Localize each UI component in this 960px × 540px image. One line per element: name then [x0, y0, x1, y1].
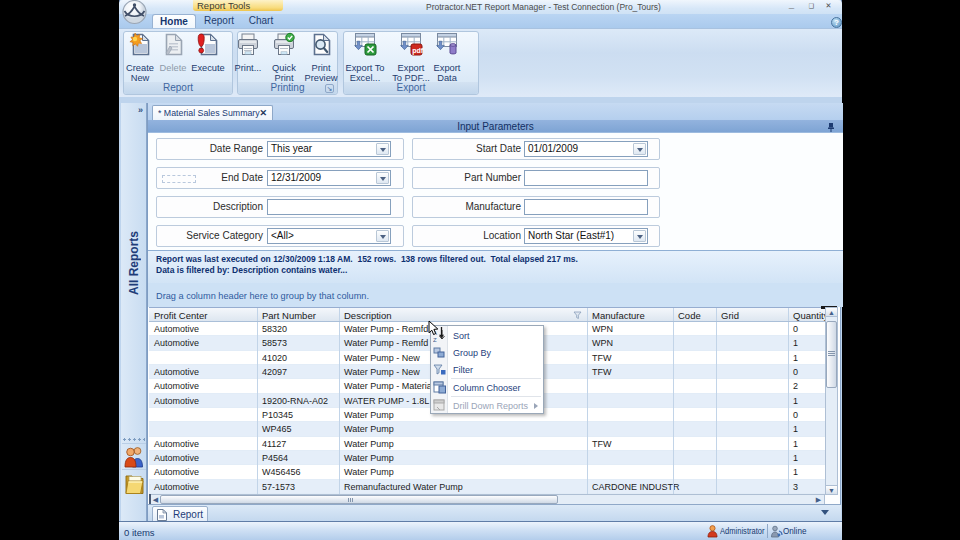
svg-text:pdf: pdf	[412, 47, 424, 55]
